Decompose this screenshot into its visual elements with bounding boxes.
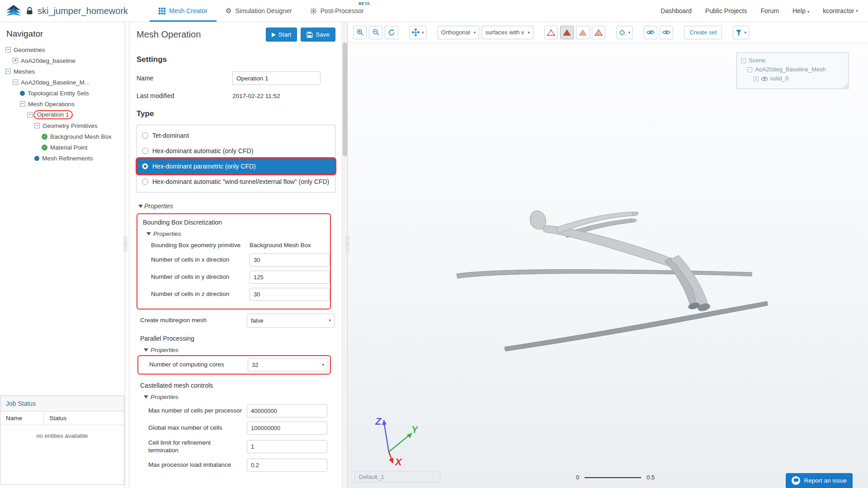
property-input[interactable] bbox=[250, 253, 330, 267]
property-input[interactable] bbox=[247, 404, 327, 418]
tree-item-label[interactable]: Mesh Refinements bbox=[42, 155, 93, 162]
tree-item-label[interactable]: Material Point bbox=[50, 144, 88, 151]
hide-selection-button[interactable] bbox=[644, 26, 657, 39]
collapse-triangle-icon bbox=[144, 348, 148, 352]
collapse-icon[interactable]: − bbox=[34, 123, 40, 128]
chevron-down-icon: ▾ bbox=[628, 30, 631, 35]
zoom-out-button[interactable] bbox=[369, 26, 382, 39]
expand-icon[interactable]: + bbox=[13, 58, 18, 63]
tree-item-label[interactable]: Background Mesh Box bbox=[50, 133, 112, 140]
tree-item[interactable]: Topological Entity Sets bbox=[0, 88, 125, 99]
collapse-icon[interactable]: − bbox=[5, 47, 11, 52]
color-tool-button[interactable]: ▾ bbox=[616, 26, 633, 39]
collapse-triangle-icon bbox=[146, 232, 151, 235]
resize-handle[interactable] bbox=[843, 83, 848, 88]
splitter-handle-left[interactable]: ⋮ bbox=[124, 236, 127, 252]
render-surface-button[interactable] bbox=[560, 26, 574, 39]
collapse-icon[interactable]: − bbox=[13, 80, 18, 85]
splitter-handle-right[interactable]: ⋮ bbox=[346, 236, 349, 252]
zoom-in-button[interactable] bbox=[353, 26, 367, 39]
property-input[interactable] bbox=[250, 288, 330, 301]
render-points-button[interactable] bbox=[544, 26, 558, 39]
tree-item-label[interactable]: Topological Entity Sets bbox=[28, 90, 89, 97]
castellated-properties-toggle[interactable]: Properties bbox=[144, 394, 335, 400]
property-input[interactable] bbox=[247, 422, 327, 435]
expand-icon[interactable]: + bbox=[754, 76, 759, 81]
pan-tool-button[interactable]: ▾ bbox=[409, 26, 427, 39]
bounding-box-properties-toggle[interactable]: Properties bbox=[146, 230, 328, 237]
tree-item-label[interactable]: Mesh Operations bbox=[28, 101, 75, 108]
radio-icon[interactable] bbox=[142, 163, 148, 169]
tree-item-label[interactable]: Operation 1 bbox=[33, 110, 73, 119]
tree-item[interactable]: −Operation 1 bbox=[0, 109, 125, 120]
radio-icon[interactable] bbox=[142, 132, 148, 139]
user-menu[interactable]: kcontractor▾ bbox=[823, 7, 858, 14]
tree-item[interactable]: −Geometries bbox=[0, 44, 125, 55]
collapse-icon[interactable]: − bbox=[5, 69, 11, 74]
scene-tree-item[interactable]: +solid_0 bbox=[741, 74, 844, 83]
tree-item-label[interactable]: Geometries bbox=[14, 47, 45, 53]
tree-item-label[interactable]: AoA20deg_Baseline_M... bbox=[21, 79, 90, 86]
radio-icon[interactable] bbox=[142, 178, 148, 185]
scrollbar-thumb[interactable] bbox=[343, 42, 347, 156]
tree-item[interactable]: −Meshes bbox=[0, 66, 125, 77]
link-dashboard[interactable]: Dashboard bbox=[660, 7, 692, 14]
tree-item[interactable]: −Geometry Primitives bbox=[0, 120, 125, 131]
scene-tree-item[interactable]: −Scene bbox=[741, 56, 844, 65]
tree-item-label[interactable]: Geometry Primitives bbox=[42, 122, 98, 129]
property-select[interactable]: 32▾ bbox=[248, 358, 328, 371]
tree-item[interactable]: Mesh Refinements bbox=[0, 153, 125, 164]
property-select[interactable]: false▾ bbox=[247, 314, 335, 328]
name-label: Name bbox=[137, 75, 232, 82]
tab-mesh-creator[interactable]: Mesh Creator bbox=[150, 0, 217, 22]
tree-item[interactable]: ✓Material Point bbox=[0, 142, 125, 153]
collapse-icon[interactable]: − bbox=[27, 112, 33, 117]
tree-item[interactable]: −AoA20deg_Baseline_M... bbox=[0, 77, 125, 88]
chevron-down-icon: ▾ bbox=[807, 9, 810, 14]
help-menu[interactable]: Help▾ bbox=[793, 7, 809, 14]
collapse-icon[interactable]: − bbox=[741, 58, 746, 63]
tab-post-processor[interactable]: BETA Post-Processor bbox=[301, 0, 373, 22]
axis-triad: Z Y X bbox=[373, 414, 418, 468]
tree-item[interactable]: +AoA20deg_baseline bbox=[0, 55, 125, 66]
save-button[interactable]: Save bbox=[301, 28, 335, 42]
tab-simulation-designer[interactable]: ⚙ Simulation Designer bbox=[217, 0, 301, 22]
operation-name-input[interactable] bbox=[232, 71, 321, 85]
set-selector[interactable]: Default_1 bbox=[354, 471, 440, 483]
collapse-icon[interactable]: − bbox=[20, 101, 25, 107]
display-mode-select[interactable]: surfaces with v ▾ bbox=[481, 26, 533, 39]
reset-view-button[interactable] bbox=[385, 26, 398, 39]
scrollbar-track[interactable] bbox=[342, 22, 347, 488]
collapse-icon[interactable]: − bbox=[747, 67, 752, 72]
property-input[interactable] bbox=[247, 440, 327, 453]
type-option[interactable]: Hex-dominant parametric (only CFD) bbox=[137, 159, 335, 174]
projection-select[interactable]: Orthogonal ▾ bbox=[438, 26, 480, 39]
create-set-button[interactable]: Create set bbox=[684, 26, 722, 39]
tree-item[interactable]: ✓Background Mesh Box bbox=[0, 131, 125, 142]
visibility-eye-icon[interactable] bbox=[761, 77, 768, 81]
properties-toggle[interactable]: Properties bbox=[138, 202, 335, 210]
start-button[interactable]: Start bbox=[266, 28, 297, 42]
castellated-rows: Max number of cells per processorGlobal … bbox=[137, 404, 335, 472]
type-option[interactable]: Hex-dominant automatic (only CFD) bbox=[137, 143, 335, 159]
type-option[interactable]: Tet-dominant bbox=[137, 128, 335, 143]
link-public-projects[interactable]: Public Projects bbox=[705, 7, 747, 14]
viewport-canvas[interactable]: −Scene−AoA20deg_Baseline_Mesh+solid_0 Z … bbox=[348, 43, 868, 488]
tree-item-label[interactable]: Meshes bbox=[14, 68, 35, 75]
brand: ski_jumper_homework bbox=[5, 4, 128, 18]
link-forum[interactable]: Forum bbox=[760, 7, 778, 14]
scene-tree-item[interactable]: −AoA20deg_Baseline_Mesh bbox=[741, 65, 844, 74]
tree-item-label[interactable]: AoA20deg_baseline bbox=[21, 57, 75, 64]
filter-button[interactable]: ▾ bbox=[733, 26, 749, 39]
property-label: Number of cells in x direction bbox=[151, 256, 250, 264]
radio-icon[interactable] bbox=[142, 148, 148, 154]
report-issue-button[interactable]: Report an issue bbox=[786, 473, 853, 488]
show-all-button[interactable] bbox=[660, 26, 673, 39]
type-option[interactable]: Hex-dominant automatic "wind-tunnel/exte… bbox=[137, 174, 335, 189]
tree-item[interactable]: −Mesh Operations bbox=[0, 99, 125, 109]
property-input[interactable] bbox=[247, 459, 327, 472]
render-wireframe-button[interactable] bbox=[592, 26, 605, 39]
parallel-properties-toggle[interactable]: Properties bbox=[144, 347, 335, 353]
render-shaded-button[interactable] bbox=[576, 26, 590, 39]
property-input[interactable] bbox=[250, 271, 330, 284]
